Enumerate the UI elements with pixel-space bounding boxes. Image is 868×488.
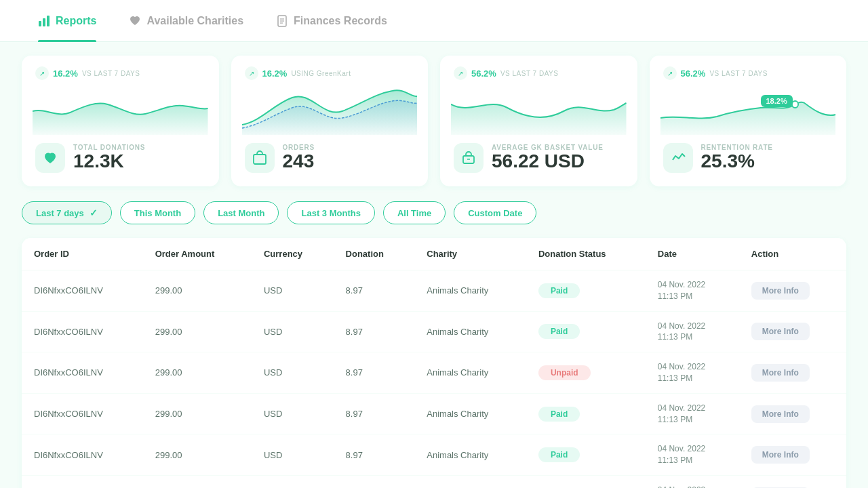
cell-status: Unpaid — [526, 352, 646, 394]
date-value: 04 Nov. 202211:13 PM — [658, 443, 727, 466]
trend-up-icon-4: ↗ — [663, 66, 677, 80]
trend-up-icon-2: ↗ — [245, 66, 258, 80]
filter-thismonth[interactable]: This Month — [120, 201, 195, 224]
basket-icon-box — [454, 143, 484, 173]
cell-amount: 299.00 — [143, 434, 252, 476]
cell-amount: 299.00 — [143, 311, 252, 352]
filter-customdate[interactable]: Custom Date — [454, 201, 536, 224]
stat-donations-vs: VS LAST 7 DAYS — [82, 70, 140, 77]
col-action: Action — [739, 238, 846, 270]
col-donation: Donation — [334, 238, 415, 270]
retention-icon-box — [663, 143, 693, 173]
cell-date: 04 Nov. 202211:13 PM — [646, 311, 739, 352]
stat-card-orders: ↗ 16.2% USING GreenKart — [231, 56, 429, 186]
retention-info: RENTENTION RATE 25.3% — [701, 144, 773, 172]
status-badge: Unpaid — [538, 365, 591, 380]
cell-order-id: DI6NfxxCO6ILNV — [22, 311, 143, 352]
col-order-amount: Order Amount — [143, 238, 252, 270]
cell-currency: USD — [252, 270, 334, 312]
stat-card-orders-header: ↗ 16.2% USING GreenKart — [245, 66, 415, 80]
donations-icon-box — [35, 143, 65, 173]
stat-retention-footer: RENTENTION RATE 25.3% — [663, 143, 833, 173]
filter-lastmonth-label: Last Month — [218, 208, 264, 218]
donations-value: 12.3K — [73, 151, 145, 172]
more-info-button[interactable]: More Info — [751, 323, 810, 340]
orders-value: 243 — [283, 151, 315, 172]
svg-rect-0 — [39, 21, 41, 26]
cell-status: Paid — [526, 311, 646, 352]
trend-up-icon-3: ↗ — [454, 66, 467, 80]
stat-card-retention-header: ↗ 56.2% VS LAST 7 DAYS — [663, 66, 833, 80]
stat-orders-vs: USING GreenKart — [291, 70, 351, 77]
records-table-container: Order ID Order Amount Currency Donation … — [22, 238, 846, 488]
nav-finances[interactable]: Finances Records — [260, 0, 403, 42]
cell-donation: 8.97 — [334, 393, 415, 434]
stat-orders-percent: 16.2% — [262, 68, 288, 79]
cell-charity: Animals Charity — [414, 311, 526, 352]
date-value: 04 Nov. 202211:13 PM — [658, 485, 727, 488]
cell-currency: USD — [252, 393, 334, 434]
filter-alltime-label: All Time — [397, 208, 431, 218]
filter-last7-check: ✓ — [90, 207, 98, 218]
stat-card-retention: ↗ 56.2% VS LAST 7 DAYS — [650, 56, 847, 186]
more-info-button[interactable]: More Info — [751, 364, 810, 382]
nav-reports[interactable]: Reports — [22, 0, 113, 42]
filter-bar: Last 7 days ✓ This Month Last Month Last… — [22, 201, 846, 224]
main-content: ↗ 16.2% VS LAST 7 DAYS — [0, 42, 868, 488]
cell-amount: 299.00 — [143, 393, 252, 434]
status-badge: Paid — [538, 447, 580, 462]
nav-charities-label: Available Charities — [146, 15, 243, 27]
cell-charity: Animals Charity — [414, 352, 526, 394]
nav-finances-label: Finances Records — [294, 15, 387, 27]
cell-date: 04 Nov. 202211:13 PM — [646, 352, 739, 394]
filter-last3months-label: Last 3 Months — [301, 208, 360, 218]
chart-basket — [451, 84, 627, 135]
filter-alltime[interactable]: All Time — [383, 201, 446, 224]
filter-last3months[interactable]: Last 3 Months — [287, 201, 374, 224]
cell-charity: Animals Charity — [414, 475, 526, 488]
cell-date: 04 Nov. 202211:13 PM — [646, 393, 739, 434]
status-badge: Paid — [538, 407, 580, 422]
stat-card-donations: ↗ 16.2% VS LAST 7 DAYS — [22, 56, 219, 186]
table-head: Order ID Order Amount Currency Donation … — [22, 238, 846, 270]
svg-rect-2 — [47, 16, 50, 26]
cell-order-id: DI6NfxxCO6ILNV — [22, 475, 143, 488]
cell-currency: USD — [252, 352, 334, 394]
chart-icon — [38, 15, 50, 27]
cell-action: More Info — [739, 352, 846, 394]
cell-status: Paid — [526, 434, 646, 476]
donations-info: TOTAL DONATIONS 12.3K — [73, 144, 145, 172]
filter-lastmonth[interactable]: Last Month — [203, 201, 279, 224]
filter-thismonth-label: This Month — [134, 208, 181, 218]
more-info-button[interactable]: More Info — [751, 282, 810, 300]
cell-currency: USD — [252, 311, 334, 352]
col-charity: Charity — [414, 238, 526, 270]
cell-charity: Animals Charity — [414, 270, 526, 312]
nav-reports-label: Reports — [56, 15, 96, 27]
cell-currency: USD — [252, 434, 334, 476]
col-order-id: Order ID — [22, 238, 143, 270]
cell-action: More Info — [739, 311, 846, 352]
doc-icon — [276, 15, 288, 27]
table-row: DI6NfxxCO6ILNV 299.00 USD 8.97 Animals C… — [22, 270, 846, 312]
cell-donation: 8.97 — [334, 311, 415, 352]
more-info-button[interactable]: More Info — [751, 405, 810, 423]
stat-basket-vs: VS LAST 7 DAYS — [500, 70, 559, 77]
stat-retention-vs: VS LAST 7 DAYS — [709, 70, 768, 77]
date-value: 04 Nov. 202211:13 PM — [658, 361, 727, 384]
filter-last7[interactable]: Last 7 days ✓ — [22, 201, 112, 224]
more-info-button[interactable]: More Info — [751, 446, 810, 464]
cell-order-id: DI6NfxxCO6ILNV — [22, 393, 143, 434]
status-badge: Paid — [538, 324, 580, 339]
stat-cards-row: ↗ 16.2% VS LAST 7 DAYS — [22, 56, 846, 186]
stat-donations-footer: TOTAL DONATIONS 12.3K — [35, 143, 205, 173]
nav-charities[interactable]: Available Charities — [113, 0, 260, 42]
cell-date: 04 Nov. 202211:13 PM — [646, 475, 739, 488]
svg-rect-1 — [43, 18, 45, 26]
filter-last7-label: Last 7 days — [36, 208, 84, 218]
col-donation-status: Donation Status — [526, 238, 646, 270]
svg-point-10 — [791, 101, 797, 108]
cell-status: Paid — [526, 393, 646, 434]
cell-amount: 299.00 — [143, 475, 252, 488]
cell-donation: 8.97 — [334, 270, 415, 312]
